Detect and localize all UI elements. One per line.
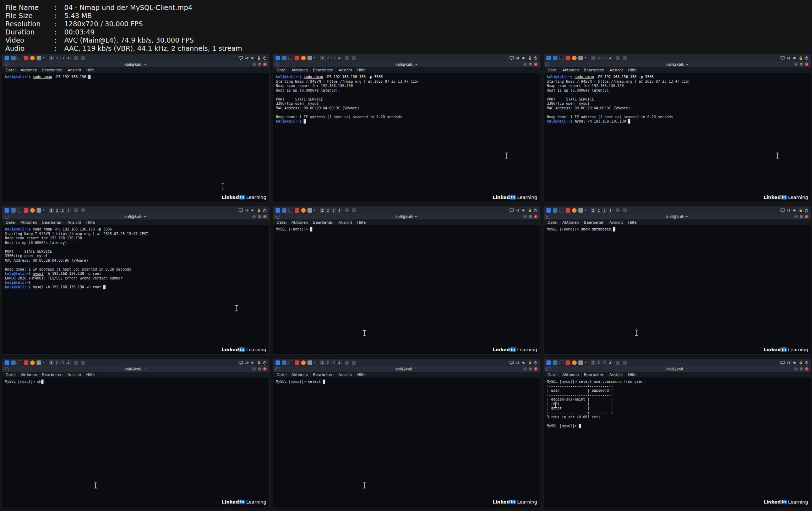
network-icon[interactable] [516, 208, 520, 212]
kali-menu-icon[interactable] [276, 208, 280, 213]
panel-plugin-icon-1[interactable] [616, 361, 620, 365]
window-titlebar[interactable]: >_ kali@kali: ~ – □ ✕ [273, 366, 540, 372]
menu-item-datei[interactable]: Datei [547, 373, 557, 377]
panel-plugin-icon-1[interactable] [616, 56, 620, 60]
workspace-button-1[interactable]: 1 [320, 360, 325, 365]
panel-plugin-icon-1[interactable] [345, 56, 349, 60]
panel-plugin-icon-2[interactable] [352, 56, 356, 60]
terminal-icon[interactable]: >_ [559, 208, 564, 213]
power-icon[interactable] [534, 56, 538, 60]
file-manager-icon[interactable] [11, 360, 16, 365]
terminal-icon[interactable]: >_ [17, 208, 22, 213]
volume-icon[interactable] [793, 361, 797, 365]
kali-menu-icon[interactable] [546, 208, 551, 213]
display-icon[interactable] [780, 361, 785, 365]
file-manager-icon[interactable] [282, 360, 287, 365]
screenshot-tool-icon[interactable] [578, 208, 583, 213]
menu-item-ansicht[interactable]: Ansicht [338, 68, 352, 72]
text-editor-icon[interactable] [295, 56, 299, 60]
lock-icon[interactable] [799, 56, 802, 60]
workspace-button-2[interactable]: 2 [55, 56, 59, 60]
chevron-down-icon[interactable]: ▾ [585, 207, 586, 214]
workspace-button-2[interactable]: 2 [326, 208, 330, 213]
chevron-down-icon[interactable]: ▾ [314, 54, 315, 61]
maximize-button[interactable]: □ [800, 215, 803, 218]
menu-item-hilfe[interactable]: Hilfe [628, 373, 637, 377]
workspace-button-3[interactable]: 3 [60, 208, 65, 213]
lock-icon[interactable] [528, 208, 532, 212]
menu-item-bearbeiten[interactable]: Bearbeiten [42, 68, 63, 72]
panel-plugin-icon-1[interactable] [345, 208, 349, 212]
workspace-button-4[interactable]: 4 [66, 56, 71, 60]
workspace-button-1[interactable]: 1 [49, 360, 54, 365]
minimize-button[interactable]: – [523, 62, 527, 66]
menu-item-bearbeiten[interactable]: Bearbeiten [313, 373, 334, 377]
minimize-button[interactable]: – [252, 62, 256, 66]
text-editor-icon[interactable] [566, 360, 570, 365]
panel-plugin-icon-1[interactable] [74, 361, 78, 365]
menu-item-ansicht[interactable]: Ansicht [67, 68, 81, 72]
close-button[interactable]: ✕ [534, 62, 538, 66]
lock-icon[interactable] [257, 208, 261, 212]
menu-item-hilfe[interactable]: Hilfe [628, 220, 637, 224]
power-icon[interactable] [805, 208, 808, 212]
menu-item-hilfe[interactable]: Hilfe [86, 68, 95, 72]
menu-item-hilfe[interactable]: Hilfe [86, 373, 95, 377]
text-editor-icon[interactable] [295, 360, 299, 365]
menu-item-datei[interactable]: Datei [277, 68, 287, 72]
terminal-output[interactable]: kali@kali:~$ sudo nmap -PS 192.168.136.1… [2, 225, 269, 289]
firefox-icon[interactable] [572, 208, 577, 213]
close-button[interactable]: ✕ [805, 62, 808, 66]
terminal-icon[interactable]: >_ [559, 360, 564, 365]
window-titlebar[interactable]: >_ kali@kali: ~ – □ ✕ [544, 61, 811, 67]
menu-item-aktionen[interactable]: Aktionen [291, 68, 308, 72]
volume-icon[interactable] [251, 361, 255, 365]
kali-menu-icon[interactable] [5, 56, 9, 60]
file-manager-icon[interactable] [553, 360, 557, 365]
workspace-button-2[interactable]: 2 [326, 360, 330, 365]
terminal-icon[interactable]: >_ [17, 56, 22, 60]
network-icon[interactable] [516, 361, 520, 365]
text-editor-icon[interactable] [295, 208, 299, 213]
chevron-down-icon[interactable]: ▾ [314, 359, 315, 366]
window-titlebar[interactable]: >_ kali@kali: ~ – □ ✕ [2, 366, 269, 372]
screenshot-tool-icon[interactable] [37, 360, 41, 365]
text-editor-icon[interactable] [24, 208, 28, 213]
terminal-output[interactable]: kali@kali:~$ sudo nmap -PS 192.168.136.1… [544, 73, 811, 124]
close-button[interactable]: ✕ [805, 215, 808, 218]
volume-icon[interactable] [251, 208, 255, 212]
menu-item-hilfe[interactable]: Hilfe [357, 220, 366, 224]
file-manager-icon[interactable] [553, 56, 557, 60]
close-button[interactable]: ✕ [534, 215, 538, 218]
volume-icon[interactable] [251, 56, 255, 60]
panel-plugin-icon-2[interactable] [352, 361, 356, 365]
volume-icon[interactable] [522, 56, 526, 60]
display-icon[interactable] [509, 56, 514, 60]
network-icon[interactable] [787, 56, 791, 60]
workspace-button-1[interactable]: 1 [320, 56, 325, 60]
power-icon[interactable] [263, 56, 267, 60]
maximize-button[interactable]: □ [529, 62, 532, 66]
window-titlebar[interactable]: >_ kali@kali: ~ – □ ✕ [273, 214, 540, 219]
screenshot-tool-icon[interactable] [37, 208, 41, 213]
firefox-icon[interactable] [572, 56, 577, 60]
workspace-button-1[interactable]: 1 [49, 208, 54, 213]
terminal-icon[interactable]: >_ [17, 360, 22, 365]
lock-icon[interactable] [799, 361, 802, 365]
menu-item-datei[interactable]: Datei [6, 220, 16, 224]
chevron-down-icon[interactable]: ▾ [43, 207, 44, 214]
menu-item-aktionen[interactable]: Aktionen [21, 68, 37, 72]
minimize-button[interactable]: – [252, 367, 256, 371]
firefox-icon[interactable] [301, 208, 306, 213]
network-icon[interactable] [516, 56, 520, 60]
network-icon[interactable] [787, 361, 791, 365]
panel-plugin-icon-1[interactable] [345, 361, 349, 365]
panel-plugin-icon-2[interactable] [81, 56, 85, 60]
kali-menu-icon[interactable] [276, 56, 280, 60]
menu-item-aktionen[interactable]: Aktionen [291, 220, 308, 224]
chevron-down-icon[interactable]: ▾ [43, 54, 44, 61]
firefox-icon[interactable] [301, 360, 306, 365]
chevron-down-icon[interactable]: ▾ [43, 359, 44, 366]
menu-item-aktionen[interactable]: Aktionen [21, 373, 37, 377]
workspace-button-1[interactable]: 1 [49, 56, 54, 60]
